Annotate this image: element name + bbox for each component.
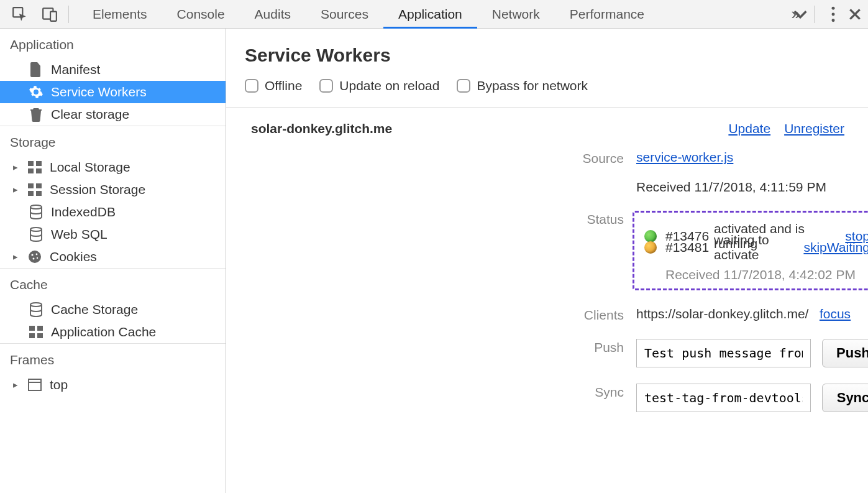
checkbox-icon xyxy=(319,79,333,93)
svg-rect-9 xyxy=(36,168,42,173)
tab-elements[interactable]: Elements xyxy=(78,0,162,28)
divider-icon xyxy=(814,6,815,23)
svg-point-14 xyxy=(30,205,42,209)
offline-label: Offline xyxy=(265,78,302,93)
sidebar-item-cache-storage[interactable]: Cache Storage xyxy=(0,298,226,321)
db-icon xyxy=(29,302,43,317)
focus-link[interactable]: focus xyxy=(820,306,851,321)
svg-rect-22 xyxy=(29,326,35,331)
sync-input[interactable] xyxy=(636,384,811,412)
more-tabs-icon[interactable]: » xyxy=(792,4,800,24)
sidebar-item-manifest[interactable]: Manifest xyxy=(0,58,226,81)
status-dot-waiting-icon xyxy=(644,241,657,254)
tab-application[interactable]: Application xyxy=(383,0,477,28)
tab-performance[interactable]: Performance xyxy=(555,0,659,28)
db-icon xyxy=(29,205,43,219)
sidebar-item-label: Session Storage xyxy=(50,182,145,197)
sidebar-item-local-storage[interactable]: ▸Local Storage xyxy=(0,156,226,178)
tab-console[interactable]: Console xyxy=(162,0,240,28)
sidebar-item-label: Manifest xyxy=(51,62,100,77)
sync-button[interactable]: Sync xyxy=(822,384,868,412)
svg-rect-6 xyxy=(28,161,34,166)
sidebar-item-cookies[interactable]: ▸Cookies xyxy=(0,246,226,268)
source-file-link[interactable]: service-worker.js xyxy=(636,150,733,164)
sidebar-item-web-sql[interactable]: Web SQL xyxy=(0,223,226,246)
sidebar-group-title: Cache xyxy=(0,269,226,298)
update-on-reload-label: Update on reload xyxy=(339,78,439,93)
svg-rect-25 xyxy=(37,333,43,338)
svg-point-16 xyxy=(29,251,41,263)
origin-host: solar-donkey.glitch.me xyxy=(251,121,392,136)
sidebar-item-clear-storage[interactable]: Clear storage xyxy=(0,103,226,126)
panel-title: Service Workers xyxy=(226,29,868,78)
skipwaiting-link[interactable]: skipWaiting xyxy=(803,240,868,255)
divider-icon xyxy=(68,6,69,23)
status-waiting-text: waiting to activate xyxy=(714,233,795,262)
devtools-tabbar: ElementsConsoleAuditsSourcesApplicationN… xyxy=(0,0,868,29)
status-box: #13476 activated and is running stop #13… xyxy=(633,211,868,290)
svg-rect-24 xyxy=(29,333,35,338)
clients-value: https://solar-donkey.glitch.me/ focus xyxy=(636,306,868,321)
svg-rect-10 xyxy=(28,183,34,188)
update-on-reload-checkbox[interactable]: Update on reload xyxy=(319,78,439,93)
sync-row: Sync xyxy=(636,384,868,412)
grid-icon xyxy=(29,325,43,339)
sidebar-item-label: Local Storage xyxy=(50,160,130,175)
status-label: Status xyxy=(475,211,624,227)
svg-point-19 xyxy=(33,258,35,260)
sidebar-item-label: top xyxy=(50,377,68,392)
push-row: Push xyxy=(636,339,868,367)
sidebar-group-title: Application xyxy=(0,29,226,58)
sidebar-group-title: Storage xyxy=(0,126,226,156)
service-workers-panel: Service Workers Offline Update on reload… xyxy=(226,29,868,493)
push-button[interactable]: Push xyxy=(822,339,868,367)
trash-icon xyxy=(29,107,43,122)
source-value: service-worker.js Received 11/7/2018, 4:… xyxy=(636,150,868,195)
gear-icon xyxy=(29,85,43,99)
push-input[interactable] xyxy=(636,339,811,367)
status-waiting-received: Received 11/7/2018, 4:42:02 PM xyxy=(665,267,868,282)
inspect-element-icon[interactable] xyxy=(9,3,31,25)
sidebar-item-label: Service Workers xyxy=(51,85,147,99)
sync-label: Sync xyxy=(475,384,624,400)
sidebar-item-application-cache[interactable]: Application Cache xyxy=(0,321,226,343)
update-link[interactable]: Update xyxy=(728,121,770,136)
sidebar-item-top[interactable]: ▸top xyxy=(0,374,226,396)
svg-point-15 xyxy=(30,228,42,231)
caret-right-icon: ▸ xyxy=(11,162,20,173)
received-prefix: Received xyxy=(636,180,694,194)
tabbar-right-controls: » xyxy=(773,4,868,24)
tab-audits[interactable]: Audits xyxy=(240,0,306,28)
source-received-time: 11/7/2018, 4:11:59 PM xyxy=(694,180,826,194)
tab-network[interactable]: Network xyxy=(477,0,555,28)
svg-rect-13 xyxy=(36,191,42,196)
push-label: Push xyxy=(475,339,624,355)
svg-point-3 xyxy=(832,6,835,9)
status-waiting-id: #13481 xyxy=(665,240,709,255)
offline-checkbox[interactable]: Offline xyxy=(245,78,302,93)
close-icon[interactable] xyxy=(848,7,862,21)
checkbox-icon xyxy=(245,79,258,93)
kebab-menu-icon[interactable] xyxy=(831,6,836,22)
svg-point-17 xyxy=(31,254,33,256)
cookie-icon xyxy=(27,249,42,264)
tabbar-left-controls xyxy=(0,3,78,25)
sidebar-item-service-workers[interactable]: Service Workers xyxy=(0,81,226,103)
svg-rect-11 xyxy=(36,183,42,188)
tab-sources[interactable]: Sources xyxy=(306,0,383,28)
bypass-for-network-checkbox[interactable]: Bypass for network xyxy=(457,78,588,93)
sidebar-item-label: Cookies xyxy=(50,249,97,264)
devtools-tabs: ElementsConsoleAuditsSourcesApplicationN… xyxy=(78,0,773,28)
svg-rect-8 xyxy=(28,168,34,173)
device-toolbar-icon[interactable] xyxy=(39,3,61,25)
caret-right-icon: ▸ xyxy=(11,251,20,262)
application-sidebar: ApplicationManifestService WorkersClear … xyxy=(0,29,226,493)
source-label: Source xyxy=(475,150,624,166)
sidebar-item-label: IndexedDB xyxy=(51,205,116,219)
origin-bar: solar-donkey.glitch.me Update Unregister xyxy=(226,108,868,150)
sidebar-item-indexeddb[interactable]: IndexedDB xyxy=(0,201,226,223)
sidebar-item-session-storage[interactable]: ▸Session Storage xyxy=(0,178,226,201)
svg-point-20 xyxy=(37,257,38,259)
unregister-link[interactable]: Unregister xyxy=(784,121,844,136)
clients-label: Clients xyxy=(475,306,624,323)
